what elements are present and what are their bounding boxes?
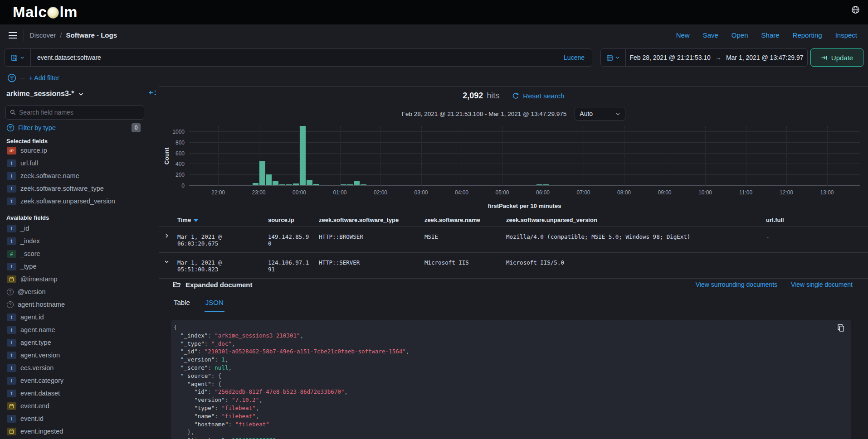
field-name: event.ingested — [20, 428, 63, 435]
histogram-bar[interactable] — [354, 181, 360, 185]
field-item-agent.hostname[interactable]: ?agent.hostname — [0, 298, 159, 311]
breadcrumb-discover[interactable]: Discover — [29, 31, 56, 39]
nav-link-reporting[interactable]: Reporting — [793, 31, 822, 39]
filter-bar: + Add filter — [0, 70, 868, 86]
field-name: agent.id — [20, 314, 44, 321]
histogram-bar[interactable] — [279, 184, 285, 185]
field-item-agent.id[interactable]: tagent.id — [0, 311, 159, 323]
sort-desc-icon[interactable] — [194, 219, 198, 222]
field-item-_index[interactable]: t_index — [0, 235, 159, 247]
x-tick-label: 00:00 — [286, 189, 313, 196]
field-search-input[interactable] — [19, 109, 140, 116]
field-type-string-icon: t — [7, 237, 16, 245]
cell-time: Mar 1, 2021 @ 05:51:00.823 — [173, 253, 263, 278]
field-item-agent.name[interactable]: tagent.name — [0, 323, 159, 336]
y-tick-label: 0 — [159, 183, 185, 189]
column-header-zeek-software-unparsed-version[interactable]: zeek.software.unparsed_version — [502, 217, 761, 223]
filter-by-type-button[interactable]: Filter by type 0 — [6, 123, 141, 132]
collapse-row-icon[interactable] — [159, 253, 173, 278]
nav-link-share[interactable]: Share — [761, 31, 780, 39]
field-item-event.dataset[interactable]: tevent.dataset — [0, 387, 159, 400]
tab-json[interactable]: JSON — [205, 299, 224, 312]
nav-link-inspect[interactable]: Inspect — [835, 31, 857, 39]
json-line: "id": "256d2edb-812f-47e8-b523-86d72e33b… — [174, 388, 847, 396]
update-button-label: Update — [831, 54, 853, 62]
histogram-bar[interactable] — [253, 183, 258, 185]
histogram-bar[interactable] — [259, 161, 265, 185]
field-item-zeek.software.software_type[interactable]: tzeek.software.software_type — [0, 182, 159, 195]
field-item-agent.version[interactable]: tagent.version — [0, 349, 159, 362]
date-quick-menu-button[interactable] — [601, 49, 626, 66]
histogram-bar[interactable] — [293, 183, 299, 185]
column-header-zeek-software-name[interactable]: zeek.software.name — [420, 217, 502, 223]
histogram-bar[interactable] — [300, 126, 306, 185]
field-item-_type[interactable]: t_type — [0, 260, 159, 273]
view-single-document-link[interactable]: View single document — [791, 281, 853, 288]
column-header-time[interactable]: Time — [173, 217, 263, 223]
update-button[interactable]: Update — [810, 48, 863, 67]
saved-query-menu-button[interactable] — [5, 49, 31, 66]
nav-link-open[interactable]: Open — [731, 31, 748, 39]
histogram-bar[interactable] — [266, 174, 272, 185]
cell-source_ip: 149.142.85.90 — [263, 227, 314, 252]
view-surrounding-documents-link[interactable]: View surrounding documents — [696, 281, 777, 288]
field-search-box — [5, 105, 144, 120]
histogram-bar[interactable] — [347, 184, 353, 185]
field-item-url.full[interactable]: turl.full — [0, 157, 159, 169]
available-fields-heading: Available fields — [6, 214, 49, 221]
table-row[interactable]: Mar 1, 2021 @ 06:03:20.675149.142.85.90H… — [159, 227, 868, 253]
chart-plot-area — [189, 126, 860, 186]
gridline-x — [502, 126, 503, 186]
refresh-icon — [821, 54, 828, 61]
field-item-event.end[interactable]: event.end — [0, 400, 159, 412]
histogram-bar[interactable] — [307, 180, 312, 185]
field-item-event.id[interactable]: tevent.id — [0, 412, 159, 425]
histogram-bar[interactable] — [273, 181, 278, 185]
field-item-ecs.version[interactable]: tecs.version — [0, 362, 159, 374]
field-item-event.ingested[interactable]: event.ingested — [0, 425, 159, 438]
cell-url_full: - — [761, 253, 868, 278]
histogram-bar[interactable] — [341, 184, 346, 185]
column-header-source-ip[interactable]: source.ip — [263, 217, 314, 223]
query-language-button[interactable]: Lucene — [564, 54, 592, 61]
gridline-x — [421, 126, 422, 186]
interval-select[interactable]: Auto — [575, 107, 625, 121]
add-filter-button[interactable]: + Add filter — [29, 74, 59, 82]
collapse-sidebar-icon[interactable] — [149, 89, 156, 96]
nav-link-new[interactable]: New — [676, 31, 690, 39]
histogram-bar[interactable] — [543, 184, 549, 185]
table-body: Mar 1, 2021 @ 06:03:20.675149.142.85.90H… — [159, 227, 868, 279]
query-input[interactable]: event.dataset:software — [31, 54, 564, 61]
date-end-button[interactable]: Mar 1, 2021 @ 13:47:29.97 — [726, 54, 804, 61]
date-start-button[interactable]: Feb 28, 2021 @ 21:21:53.10 — [629, 54, 710, 61]
field-item-@version[interactable]: ?@version — [0, 285, 159, 298]
cell-url_full: - — [761, 227, 868, 252]
copy-icon[interactable] — [837, 324, 845, 332]
histogram-bar[interactable] — [286, 184, 292, 185]
column-header-url-full[interactable]: url.full — [761, 217, 868, 223]
column-header-zeek-software-software-type[interactable]: zeek.software.software_type — [314, 217, 420, 223]
globe-icon[interactable] — [851, 5, 860, 14]
field-item-@timestamp[interactable]: @timestamp — [0, 273, 159, 285]
histogram-bar[interactable] — [536, 184, 542, 185]
histogram-bar[interactable] — [313, 184, 319, 185]
menu-icon[interactable] — [6, 32, 23, 39]
reset-search-button[interactable]: Reset search — [512, 92, 564, 100]
field-item-zeek.software.unparsed_version[interactable]: tzeek.software.unparsed_version — [0, 195, 159, 207]
field-item-agent.type[interactable]: tagent.type — [0, 336, 159, 349]
field-item-source.ip[interactable]: IPsource.ip — [0, 144, 159, 157]
filter-icon[interactable] — [7, 73, 16, 82]
field-item-event.category[interactable]: tevent.category — [0, 374, 159, 387]
chevron-down-icon — [78, 91, 84, 97]
field-item-_score[interactable]: #_score — [0, 247, 159, 260]
histogram-bar[interactable] — [361, 184, 366, 185]
expand-row-icon[interactable] — [159, 227, 173, 252]
index-pattern-switcher[interactable]: arkime_sessions3-* — [6, 90, 84, 98]
field-item-_id[interactable]: t_id — [0, 222, 159, 235]
field-item-zeek.software.name[interactable]: tzeek.software.name — [0, 169, 159, 182]
table-row[interactable]: Mar 1, 2021 @ 05:51:00.823124.106.97.191… — [159, 253, 868, 279]
available-fields-list: t_idt_index#_scoret_type@timestamp?@vers… — [0, 222, 159, 438]
tab-table[interactable]: Table — [173, 299, 191, 312]
field-name: _id — [20, 225, 29, 232]
nav-link-save[interactable]: Save — [703, 31, 718, 39]
